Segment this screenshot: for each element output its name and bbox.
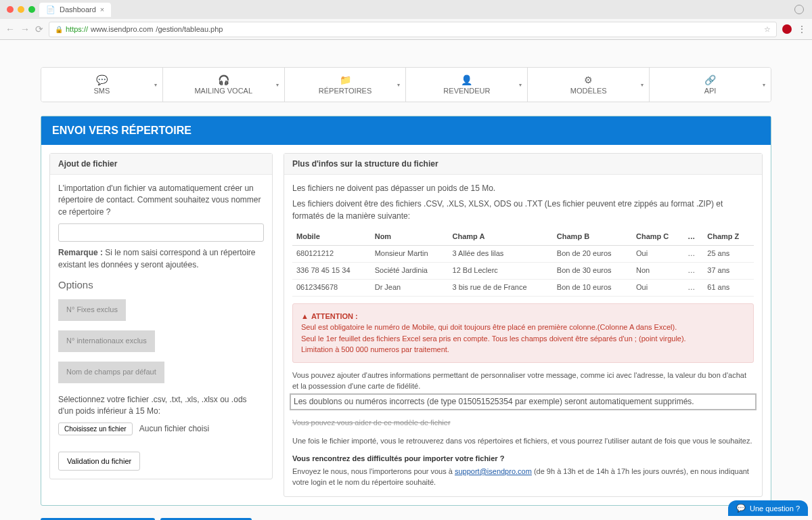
- warning-icon: ▲: [301, 311, 309, 322]
- traffic-close[interactable]: [7, 6, 14, 13]
- main-nav: 💬SMS▾ 🎧MAILING VOCAL▾ 📁RÉPERTOIRES▾ 👤REV…: [41, 67, 771, 102]
- traffic-max[interactable]: [28, 6, 35, 13]
- traffic-min[interactable]: [18, 6, 24, 13]
- folder-icon: 📁: [340, 74, 351, 85]
- tab-title: Dashboard: [60, 5, 96, 14]
- pinterest-icon[interactable]: [782, 24, 792, 34]
- table-header: Champ Z: [703, 229, 754, 245]
- table-header: Mobile: [292, 229, 371, 245]
- table-header: Champ B: [553, 229, 632, 245]
- chat-bubble-icon: 💬: [736, 504, 746, 513]
- option-fixes-exclus[interactable]: N° Fixes exclus: [58, 299, 126, 321]
- table-header: Nom: [371, 229, 449, 245]
- help-question-pill[interactable]: 💬 Une question ?: [728, 500, 808, 516]
- nav-api[interactable]: 🔗API▾: [650, 68, 771, 102]
- lock-icon: 🔒: [55, 26, 63, 33]
- support-line: Envoyez le nous, nous l'importerons pour…: [292, 466, 754, 488]
- left-panel-title: Ajout de fichier: [50, 154, 272, 175]
- model-help-line: Vous pouvez vous aider de ce modèle de f…: [292, 417, 754, 429]
- browser-tab[interactable]: 📄 Dashboard ×: [39, 3, 111, 17]
- back-arrow-icon[interactable]: ←: [5, 24, 15, 35]
- option-champs-defaut[interactable]: Nom de champs par défaut: [58, 362, 164, 383]
- table-header: Champ C: [632, 229, 683, 245]
- chevron-down-icon: ▾: [397, 82, 400, 88]
- table-row: 0612345678Dr Jean3 bis rue de de FranceB…: [292, 279, 754, 296]
- right-panel-title: Plus d'infos sur la structure du fichier: [284, 154, 762, 175]
- table-header: Champ A: [449, 229, 553, 245]
- page-title: ENVOI VERS RÉPERTOIRE: [41, 116, 771, 145]
- chevron-down-icon: ▾: [276, 82, 279, 88]
- url-https: https://: [66, 25, 88, 33]
- no-file-text: Aucun fichier choisi: [139, 423, 209, 435]
- table-header: …: [683, 229, 703, 245]
- repertoire-name-input[interactable]: [58, 223, 264, 242]
- after-import-note: Une fois le fichier importé, vous le ret…: [292, 435, 754, 447]
- table-row: 336 78 45 15 34Société Jardinia12 Bd Lec…: [292, 263, 754, 280]
- duplicates-highlight: Les doublons ou numéros incorrects (de t…: [290, 393, 757, 410]
- nav-modeles[interactable]: ⚙MODÈLES▾: [528, 68, 650, 102]
- forward-arrow-icon: →: [20, 24, 30, 35]
- chevron-down-icon: ▾: [519, 82, 522, 88]
- choose-file-button[interactable]: Choisissez un fichier: [58, 422, 133, 435]
- table-row: 680121212Monsieur Martin3 Allée des lila…: [292, 246, 754, 263]
- file-size-note: Les fichiers ne doivent pas dépasser un …: [292, 183, 754, 194]
- nav-mailing-vocal[interactable]: 🎧MAILING VOCAL▾: [163, 68, 285, 102]
- close-tab-icon[interactable]: ×: [100, 5, 104, 14]
- model-file-link[interactable]: modèle de fichier: [394, 418, 451, 427]
- option-internationaux-exclus[interactable]: N° internationaux exclus: [58, 330, 155, 352]
- url-path: /gestion/tableau.php: [156, 25, 223, 33]
- reload-icon[interactable]: ⟳: [35, 24, 43, 35]
- chat-icon: 💬: [96, 74, 108, 85]
- gear-icon: ⚙: [584, 74, 593, 85]
- support-email-link[interactable]: support@isendpro.com: [455, 467, 532, 475]
- file-format-note: Les fichiers doivent être des fichiers .…: [292, 198, 754, 222]
- validate-file-button[interactable]: Validation du fichier: [58, 452, 140, 471]
- tab-favicon: 📄: [46, 5, 55, 14]
- remark-line: Remarque : Si le nom saisi correspond à …: [58, 247, 264, 271]
- select-file-text: Sélectionnez votre fichier .csv, .txt, .…: [58, 394, 264, 418]
- link-icon: 🔗: [704, 74, 716, 85]
- nav-repertoires[interactable]: 📁RÉPERTOIRES▾: [285, 68, 407, 102]
- chevron-down-icon: ▾: [641, 82, 644, 88]
- options-heading: Options: [58, 278, 264, 292]
- user-icon: 👤: [461, 74, 472, 85]
- address-bar[interactable]: 🔒 https://www.isendpro.com/gestion/table…: [49, 22, 777, 37]
- difficulties-title: Vous rencontrez des difficultés pour imp…: [292, 453, 754, 464]
- nav-revendeur[interactable]: 👤REVENDEUR▾: [406, 68, 528, 102]
- bookmark-star-icon[interactable]: ☆: [764, 25, 771, 34]
- import-description: L'importation d'un fichier va automatiqu…: [58, 183, 264, 218]
- chevron-down-icon: ▾: [154, 82, 157, 88]
- nav-sms[interactable]: 💬SMS▾: [41, 68, 163, 102]
- menu-dots-icon[interactable]: ⋮: [797, 24, 807, 35]
- example-table: MobileNomChamp AChamp BChamp C…Champ Z 6…: [292, 229, 754, 297]
- profile-icon[interactable]: [794, 5, 804, 14]
- headset-icon: 🎧: [218, 74, 229, 85]
- attention-box: ▲ATTENTION : Seul est obligatoire le num…: [292, 303, 754, 363]
- chevron-down-icon: ▾: [763, 82, 765, 88]
- url-host: www.isendpro.com: [91, 25, 153, 33]
- personalize-note: Vous pouvez ajouter d'autres information…: [292, 370, 754, 392]
